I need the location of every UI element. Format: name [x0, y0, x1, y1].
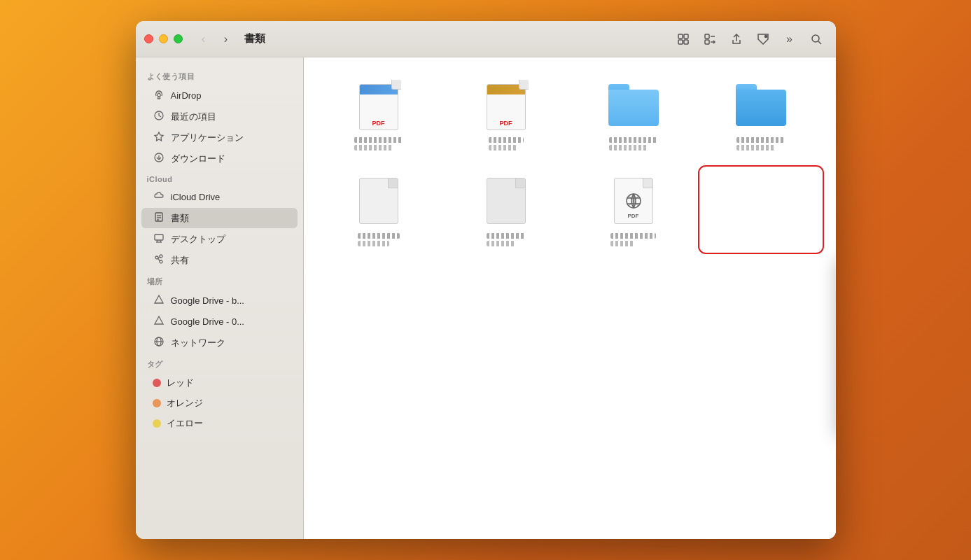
airdrop-icon	[153, 89, 165, 102]
sidebar-item-downloads[interactable]: ダウンロード	[141, 148, 298, 169]
sidebar-item-network[interactable]: ネットワーク	[141, 332, 298, 353]
sidebar-item-tag-orange[interactable]: オレンジ	[141, 393, 298, 413]
sidebar-tag-red-label: レッド	[167, 377, 194, 389]
svg-point-8	[764, 35, 767, 37]
gdrive-0-icon	[153, 315, 165, 328]
file-item-1[interactable]: PDF	[318, 71, 440, 156]
svg-line-10	[818, 41, 821, 44]
svg-rect-21	[155, 234, 163, 240]
sidebar-item-shared[interactable]: 共有	[141, 250, 298, 270]
svg-rect-4	[705, 34, 709, 38]
share-icon[interactable]	[725, 28, 748, 50]
sidebar-documents-label: 書類	[171, 212, 189, 225]
svg-marker-31	[155, 316, 163, 324]
window-title: 書類	[244, 32, 265, 46]
sidebar-item-tag-red[interactable]: レッド	[141, 373, 298, 393]
svg-line-28	[158, 257, 160, 258]
tag-yellow-dot	[153, 419, 161, 428]
sidebar-item-icloud-drive[interactable]: iCloud Drive	[141, 187, 298, 207]
favorites-section-title: よく使う項目	[136, 66, 303, 85]
file-item-3[interactable]	[573, 71, 694, 156]
svg-rect-1	[684, 34, 688, 38]
svg-point-25	[155, 256, 158, 259]
downloads-icon	[153, 152, 165, 165]
search-icon[interactable]	[805, 28, 827, 50]
fullscreen-button[interactable]	[174, 34, 183, 43]
svg-marker-30	[155, 295, 163, 303]
sidebar-tag-orange-label: オレンジ	[167, 397, 203, 410]
file-item-5[interactable]	[318, 167, 440, 252]
svg-rect-5	[705, 40, 709, 44]
file-item-2[interactable]: PDF	[445, 71, 567, 156]
file-item-6[interactable]	[445, 167, 567, 252]
file-icon-4	[736, 77, 786, 133]
back-button[interactable]: ‹	[194, 29, 214, 49]
file-item-4[interactable]	[700, 71, 822, 156]
view-icon-grid[interactable]	[672, 28, 694, 50]
svg-point-27	[160, 260, 162, 263]
sidebar-shared-label: 共有	[171, 254, 189, 267]
minimize-button[interactable]	[159, 34, 168, 43]
sidebar-item-applications[interactable]: アプリケーション	[141, 127, 298, 148]
file-item-8[interactable]	[700, 167, 822, 252]
icloud-section-title: iCloud	[136, 169, 303, 186]
sidebar-applications-label: アプリケーション	[171, 132, 244, 144]
traffic-lights	[144, 34, 183, 43]
sidebar-airdrop-label: AirDrop	[171, 90, 202, 101]
nav-buttons: ‹ ›	[194, 29, 236, 49]
sidebar-item-gdrive-0[interactable]: Google Drive - 0...	[141, 312, 298, 332]
sidebar-item-desktop[interactable]: デスクトップ	[141, 229, 298, 249]
sidebar-recents-label: 最近の項目	[171, 111, 216, 123]
file-icon-1: PDF	[354, 77, 404, 133]
file-icon-7: PDF	[608, 173, 659, 229]
main-content: よく使う項目 AirDrop	[136, 57, 836, 539]
svg-point-9	[812, 35, 819, 42]
tag-orange-dot	[153, 399, 161, 407]
toolbar-icons: »	[672, 28, 827, 50]
file-item-7[interactable]: PDF	[573, 167, 694, 252]
forward-button[interactable]: ›	[216, 29, 236, 49]
file-icon-2: PDF	[481, 77, 531, 133]
tags-section-title: タグ	[136, 354, 303, 372]
sidebar-item-tag-yellow[interactable]: イエロー	[141, 414, 298, 433]
sidebar-item-gdrive-b[interactable]: Google Drive - b...	[141, 290, 298, 311]
svg-rect-0	[678, 34, 683, 38]
applications-icon	[153, 131, 165, 144]
file-grid: PDF PDF	[318, 71, 822, 252]
file-area: PDF PDF	[304, 57, 836, 539]
file-name-3	[609, 137, 658, 150]
icloud-drive-icon	[153, 190, 165, 204]
svg-line-29	[158, 258, 160, 261]
sidebar-downloads-label: ダウンロード	[171, 153, 225, 165]
file-icon-6	[481, 173, 531, 229]
sidebar-gdrive-0-label: Google Drive - 0...	[171, 316, 245, 327]
svg-rect-2	[678, 40, 683, 44]
sidebar-icloud-drive-label: iCloud Drive	[171, 192, 221, 202]
sidebar-item-documents[interactable]: 書類	[141, 208, 298, 228]
file-icon-8	[736, 173, 786, 215]
sidebar-item-airdrop[interactable]: AirDrop	[141, 85, 298, 106]
locations-section-title: 場所	[136, 271, 303, 290]
file-name-7	[610, 233, 656, 246]
file-name-4	[736, 137, 785, 150]
gdrive-b-icon	[153, 294, 165, 307]
finder-window: ‹ › 書類	[136, 21, 836, 539]
title-bar: ‹ › 書類	[136, 21, 836, 57]
svg-point-26	[160, 255, 162, 258]
sidebar-item-recents[interactable]: 最近の項目	[141, 106, 298, 127]
sidebar-tag-yellow-label: イエロー	[167, 417, 203, 430]
sidebar: よく使う項目 AirDrop	[136, 57, 304, 539]
sidebar-desktop-label: デスクトップ	[171, 233, 225, 246]
more-icon[interactable]: »	[778, 28, 801, 50]
file-icon-5	[354, 173, 404, 229]
tag-icon[interactable]	[752, 28, 774, 50]
svg-rect-3	[684, 40, 688, 44]
close-button[interactable]	[144, 34, 153, 43]
tag-red-dot	[153, 379, 161, 387]
file-name-6	[487, 233, 525, 246]
file-name-5	[358, 233, 400, 246]
sidebar-gdrive-b-label: Google Drive - b...	[171, 295, 245, 306]
shared-icon	[153, 253, 165, 267]
recents-icon	[153, 110, 165, 123]
view-icon-list[interactable]	[699, 28, 721, 50]
